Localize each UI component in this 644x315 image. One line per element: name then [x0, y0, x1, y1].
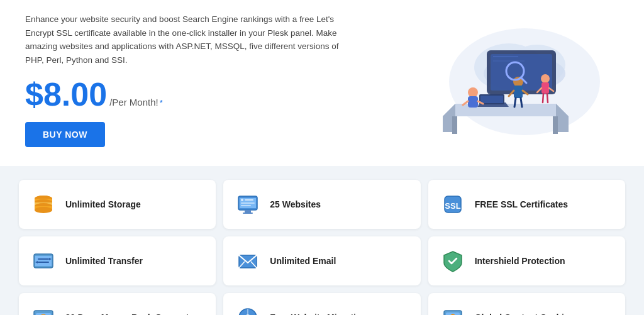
svg-rect-44 — [245, 210, 251, 213]
storage-icon — [30, 191, 57, 218]
feature-label-intershield: Intershield Protection — [475, 256, 565, 266]
feature-card-free-ssl: SSLFREE SSL Certificates — [428, 180, 625, 229]
svg-point-46 — [241, 199, 243, 201]
feature-label-migration: Free Website Migration — [270, 312, 367, 315]
svg-rect-21 — [514, 86, 523, 98]
ssl-icon: SSL — [440, 191, 466, 218]
svg-rect-49 — [241, 205, 251, 206]
svg-rect-56 — [38, 262, 49, 263]
svg-rect-15 — [480, 96, 503, 103]
feature-label-unlimited-transfer: Unlimited Transfer — [65, 256, 143, 266]
shield-icon — [440, 248, 466, 274]
feature-card-migration: Free Website Migration — [223, 293, 420, 315]
svg-rect-54 — [38, 258, 49, 260]
features-section: Unlimited Storage25 WebsitesSSLFREE SSL … — [0, 166, 644, 315]
price-asterisk: * — [160, 98, 163, 108]
feature-card-unlimited-email: Unlimited Email — [223, 236, 420, 285]
svg-rect-47 — [245, 199, 253, 201]
buy-now-button[interactable]: BUY NOW — [25, 122, 105, 147]
feature-card-intershield: Intershield Protection — [428, 236, 625, 285]
feature-label-25-websites: 25 Websites — [270, 199, 321, 209]
feature-card-money-back: $30 Days Money Back Guarantee — [19, 293, 216, 315]
svg-point-26 — [541, 74, 550, 83]
svg-rect-45 — [243, 213, 253, 214]
svg-line-25 — [521, 98, 522, 107]
feature-label-unlimited-storage: Unlimited Storage — [65, 199, 141, 209]
hero-illustration — [392, 22, 606, 138]
svg-rect-11 — [452, 116, 457, 134]
illustration-area — [380, 17, 619, 143]
feature-label-money-back: 30 Days Money Back Guarantee — [65, 312, 199, 315]
transfer-icon — [30, 248, 57, 274]
svg-rect-48 — [241, 202, 255, 204]
price-value: $8.00 — [25, 78, 107, 111]
price-per: /Per Month! — [109, 97, 158, 108]
svg-point-16 — [468, 87, 478, 97]
top-section: Enhance your website security and boost … — [0, 0, 644, 166]
websites-icon — [235, 191, 261, 218]
svg-line-24 — [514, 98, 516, 107]
hero-svg — [392, 22, 606, 138]
feature-card-unlimited-transfer: Unlimited Transfer — [19, 236, 216, 285]
svg-text:SSL: SSL — [445, 201, 460, 211]
migration-icon — [235, 304, 261, 315]
description-text: Enhance your website security and boost … — [25, 13, 352, 67]
svg-rect-27 — [541, 82, 549, 94]
caching-icon — [440, 304, 466, 315]
svg-point-41 — [35, 207, 52, 213]
svg-rect-53 — [35, 256, 52, 266]
features-grid: Unlimited Storage25 WebsitesSSLFREE SSL … — [19, 180, 625, 315]
moneyback-icon: $ — [30, 304, 57, 315]
top-left-content: Enhance your website security and boost … — [25, 13, 352, 147]
feature-label-unlimited-email: Unlimited Email — [270, 256, 336, 266]
svg-line-31 — [547, 94, 548, 102]
svg-rect-17 — [468, 96, 478, 108]
feature-card-caching: Global Content Caching — [428, 293, 625, 315]
feature-label-caching: Global Content Caching — [475, 312, 575, 315]
svg-rect-12 — [553, 116, 558, 134]
feature-label-free-ssl: FREE SSL Certificates — [475, 199, 568, 209]
feature-card-25-websites: 25 Websites — [223, 180, 420, 229]
feature-card-unlimited-storage: Unlimited Storage — [19, 180, 216, 229]
price-block: $8.00 /Per Month! * — [25, 78, 352, 111]
email-icon — [235, 248, 261, 274]
svg-line-30 — [543, 94, 543, 102]
